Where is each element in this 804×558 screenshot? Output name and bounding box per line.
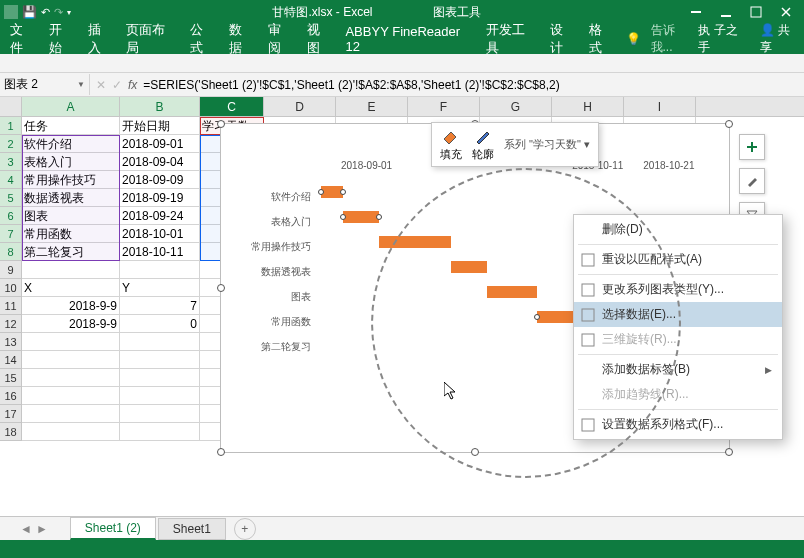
outline-button[interactable]: 轮廓: [472, 127, 494, 162]
row-header[interactable]: 13: [0, 333, 22, 351]
context-menu-item[interactable]: 添加数据标签(B)▶: [574, 357, 782, 382]
col-header-G[interactable]: G: [480, 97, 552, 116]
row-header[interactable]: 1: [0, 117, 22, 135]
sheet-nav-next-icon[interactable]: ►: [36, 522, 48, 536]
cell[interactable]: [120, 369, 200, 387]
cell[interactable]: [120, 387, 200, 405]
cancel-icon[interactable]: ✕: [96, 78, 106, 92]
cell[interactable]: 软件介绍: [22, 135, 120, 153]
name-box[interactable]: 图表 2 ▼: [0, 74, 90, 95]
cell[interactable]: 开始日期: [120, 117, 200, 135]
cell[interactable]: 数据透视表: [22, 189, 120, 207]
row-header[interactable]: 6: [0, 207, 22, 225]
formula-input[interactable]: =SERIES('Sheet1 (2)'!$C$1,'Sheet1 (2)'!$…: [143, 78, 559, 92]
tab-format[interactable]: 格式: [583, 17, 620, 61]
cell[interactable]: [120, 261, 200, 279]
col-header-A[interactable]: A: [22, 97, 120, 116]
mini-toolbar[interactable]: 填充 轮廓 系列 "学习天数" ▾: [431, 122, 599, 167]
col-header-B[interactable]: B: [120, 97, 200, 116]
signin-label[interactable]: 执 子之手: [698, 22, 747, 56]
cell[interactable]: [22, 261, 120, 279]
cell[interactable]: [22, 423, 120, 441]
cell[interactable]: 2018-09-19: [120, 189, 200, 207]
enter-icon[interactable]: ✓: [112, 78, 122, 92]
select-all-corner[interactable]: [0, 97, 22, 116]
cell[interactable]: 7: [120, 297, 200, 315]
tell-me-input[interactable]: 告诉我...: [651, 22, 695, 56]
cell[interactable]: [22, 387, 120, 405]
tab-layout[interactable]: 页面布局: [120, 17, 182, 61]
embedded-chart[interactable]: 填充 轮廓 系列 "学习天数" ▾ 2018-09-01 2018-10-11 …: [220, 123, 730, 453]
cell[interactable]: [22, 333, 120, 351]
cell[interactable]: 任务: [22, 117, 120, 135]
col-header-C[interactable]: C: [200, 97, 264, 116]
row-header[interactable]: 4: [0, 171, 22, 189]
row-header[interactable]: 7: [0, 225, 22, 243]
col-header-D[interactable]: D: [264, 97, 336, 116]
share-button[interactable]: 👤 共享: [760, 22, 800, 56]
cell[interactable]: X: [22, 279, 120, 297]
tab-abbyy[interactable]: ABBYY FineReader 12: [339, 20, 478, 58]
tab-file[interactable]: 文件: [4, 17, 41, 61]
cell[interactable]: 图表: [22, 207, 120, 225]
col-header-I[interactable]: I: [624, 97, 696, 116]
fx-icon[interactable]: fx: [128, 78, 137, 92]
row-header[interactable]: 14: [0, 351, 22, 369]
ribbon-options-icon[interactable]: [682, 2, 710, 22]
cell[interactable]: 常用操作技巧: [22, 171, 120, 189]
row-header[interactable]: 8: [0, 243, 22, 261]
cell[interactable]: 2018-10-01: [120, 225, 200, 243]
close-icon[interactable]: [772, 2, 800, 22]
row-header[interactable]: 3: [0, 153, 22, 171]
cell[interactable]: Y: [120, 279, 200, 297]
context-menu-item[interactable]: 删除(D): [574, 217, 782, 242]
cell[interactable]: [22, 351, 120, 369]
tab-developer[interactable]: 开发工具: [480, 17, 542, 61]
chart-styles-button[interactable]: [739, 168, 765, 194]
cell[interactable]: [22, 369, 120, 387]
cell[interactable]: [120, 423, 200, 441]
chart-elements-button[interactable]: [739, 134, 765, 160]
cell[interactable]: [120, 333, 200, 351]
fill-button[interactable]: 填充: [440, 127, 462, 162]
row-header[interactable]: 16: [0, 387, 22, 405]
tab-review[interactable]: 审阅: [262, 17, 299, 61]
context-menu-item[interactable]: 选择数据(E)...: [574, 302, 782, 327]
row-header[interactable]: 5: [0, 189, 22, 207]
row-header[interactable]: 11: [0, 297, 22, 315]
tab-data[interactable]: 数据: [223, 17, 260, 61]
col-header-H[interactable]: H: [552, 97, 624, 116]
cell[interactable]: 第二轮复习: [22, 243, 120, 261]
row-header[interactable]: 9: [0, 261, 22, 279]
cell[interactable]: 常用函数: [22, 225, 120, 243]
cell[interactable]: 2018-09-04: [120, 153, 200, 171]
minimize-icon[interactable]: [712, 2, 740, 22]
restore-icon[interactable]: [742, 2, 770, 22]
name-box-dropdown-icon[interactable]: ▼: [77, 80, 85, 89]
worksheet-grid[interactable]: A B C D E F G H I 1任务开始日期学习天数2软件介绍2018-0…: [0, 97, 804, 523]
cell[interactable]: [120, 351, 200, 369]
tab-formulas[interactable]: 公式: [184, 17, 221, 61]
row-header[interactable]: 17: [0, 405, 22, 423]
cell[interactable]: [22, 405, 120, 423]
cell[interactable]: 表格入门: [22, 153, 120, 171]
tab-home[interactable]: 开始: [43, 17, 80, 61]
row-header[interactable]: 10: [0, 279, 22, 297]
tab-insert[interactable]: 插入: [82, 17, 119, 61]
cell[interactable]: [120, 405, 200, 423]
cell[interactable]: 0: [120, 315, 200, 333]
col-header-F[interactable]: F: [408, 97, 480, 116]
row-header[interactable]: 12: [0, 315, 22, 333]
context-menu-item[interactable]: 重设以匹配样式(A): [574, 247, 782, 272]
context-menu-item[interactable]: 更改系列图表类型(Y)...: [574, 277, 782, 302]
row-header[interactable]: 15: [0, 369, 22, 387]
series-selector[interactable]: 系列 "学习天数" ▾: [504, 137, 590, 152]
add-sheet-button[interactable]: +: [234, 518, 256, 540]
tab-design[interactable]: 设计: [544, 17, 581, 61]
sheet-nav-prev-icon[interactable]: ◄: [20, 522, 32, 536]
cell[interactable]: 2018-10-11: [120, 243, 200, 261]
cell[interactable]: 2018-09-09: [120, 171, 200, 189]
tab-view[interactable]: 视图: [301, 17, 338, 61]
sheet-tab-1[interactable]: Sheet1: [158, 518, 226, 540]
redo-icon[interactable]: ↷: [54, 6, 63, 19]
